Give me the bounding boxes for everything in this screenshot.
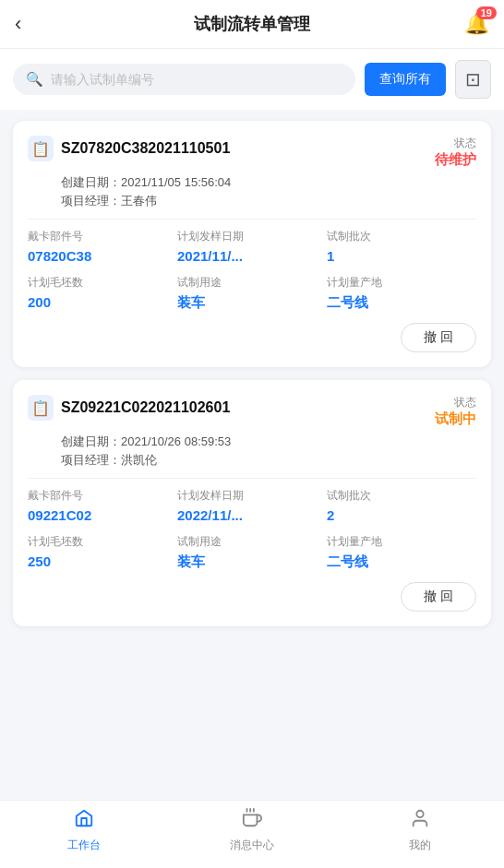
field-item-2-4: 试制用途 装车 (177, 534, 327, 571)
card-header-2: 📋 SZ09221C022021102601 状态 试制中 (28, 395, 476, 428)
message-icon (242, 808, 262, 834)
created-label-1: 创建日期： (61, 175, 121, 189)
order-card-1: 📋 SZ07820C382021110501 状态 待维护 创建日期：2021/… (13, 121, 491, 367)
notification-area[interactable]: 🔔 19 (464, 12, 489, 36)
order-card-2: 📋 SZ09221C022021102601 状态 试制中 创建日期：2021/… (13, 380, 491, 626)
status-label-1: 状态 (435, 136, 476, 151)
manager-name-1: 王春伟 (121, 194, 157, 208)
field-value-2-3: 250 (28, 553, 177, 569)
export-icon: ⊡ (465, 68, 481, 90)
field-item-2-1: 计划发样日期 2022/11/... (177, 488, 327, 523)
field-label-2-0: 戴卡部件号 (28, 488, 177, 504)
query-all-button[interactable]: 查询所有 (365, 63, 446, 96)
bell-icon[interactable]: 🔔 19 (464, 12, 489, 36)
search-input[interactable] (51, 72, 342, 87)
fields-grid-2: 戴卡部件号 09221C02 计划发样日期 2022/11/... 试制批次 2… (28, 488, 476, 571)
created-date-2: 2021/10/26 08:59:53 (121, 434, 231, 448)
fields-grid-1: 戴卡部件号 07820C38 计划发样日期 2021/11/... 试制批次 1… (28, 229, 476, 312)
field-item-1-0: 戴卡部件号 07820C38 (28, 229, 177, 264)
page-title: 试制流转单管理 (194, 13, 310, 35)
field-value-1-3: 200 (28, 294, 177, 310)
field-value-2-0: 09221C02 (28, 507, 177, 523)
nav-label-messages: 消息中心 (230, 838, 274, 853)
status-block-2: 状态 试制中 (435, 395, 476, 428)
field-value-1-5: 二号线 (327, 294, 476, 312)
nav-label-workbench: 工作台 (67, 838, 101, 853)
export-button[interactable]: ⊡ (455, 60, 491, 99)
back-button[interactable]: ‹ (15, 12, 21, 36)
field-item-1-1: 计划发样日期 2021/11/... (177, 229, 327, 264)
field-item-1-2: 试制批次 1 (327, 229, 476, 264)
card-title-row-2: 📋 SZ09221C022021102601 (28, 395, 230, 421)
field-item-2-3: 计划毛坯数 250 (28, 534, 177, 571)
manager-meta-2: 项目经理：洪凯伦 (28, 452, 476, 469)
divider-1 (28, 219, 476, 220)
home-icon (74, 808, 94, 834)
header: ‹ 试制流转单管理 🔔 19 (0, 0, 504, 49)
manager-label-2: 项目经理： (61, 453, 121, 467)
svg-point-3 (416, 811, 423, 817)
field-value-1-4: 装车 (177, 294, 327, 312)
card-footer-2: 撤 回 (28, 582, 476, 612)
bottom-nav: 工作台 消息中心 我的 (0, 800, 504, 868)
status-label-2: 状态 (435, 395, 476, 410)
field-value-2-2: 2 (327, 507, 476, 523)
nav-item-messages[interactable]: 消息中心 (168, 808, 336, 853)
content-area: 📋 SZ07820C382021110501 状态 待维护 创建日期：2021/… (0, 110, 504, 800)
created-date-1: 2021/11/05 15:56:04 (121, 175, 231, 189)
profile-icon (410, 808, 430, 834)
search-bar: 🔍 查询所有 ⊡ (0, 49, 504, 110)
field-value-1-0: 07820C38 (28, 248, 177, 264)
field-value-2-1: 2022/11/... (177, 507, 327, 523)
nav-item-profile[interactable]: 我的 (336, 808, 504, 853)
field-label-1-3: 计划毛坯数 (28, 275, 177, 291)
status-value-1: 待维护 (435, 151, 476, 169)
divider-2 (28, 478, 476, 479)
field-value-1-2: 1 (327, 248, 476, 264)
field-label-2-3: 计划毛坯数 (28, 534, 177, 550)
field-item-1-4: 试制用途 装车 (177, 275, 327, 312)
revoke-button-2[interactable]: 撤 回 (401, 582, 476, 612)
field-label-2-2: 试制批次 (327, 488, 476, 504)
status-block-1: 状态 待维护 (435, 136, 476, 169)
field-value-2-5: 二号线 (327, 553, 476, 571)
field-label-1-5: 计划量产地 (327, 275, 476, 291)
status-value-2: 试制中 (435, 410, 476, 428)
revoke-button-1[interactable]: 撤 回 (401, 323, 476, 352)
order-id-2: SZ09221C022021102601 (61, 399, 230, 416)
manager-meta-1: 项目经理：王春伟 (28, 193, 476, 209)
card-title-row-1: 📋 SZ07820C382021110501 (28, 136, 230, 161)
created-label-2: 创建日期： (61, 434, 121, 448)
field-label-1-0: 戴卡部件号 (28, 229, 177, 244)
order-id-1: SZ07820C382021110501 (61, 140, 230, 157)
field-label-2-4: 试制用途 (177, 534, 327, 550)
nav-label-profile: 我的 (409, 838, 431, 853)
field-value-1-1: 2021/11/... (177, 248, 327, 264)
field-value-2-4: 装车 (177, 553, 327, 571)
card-header-1: 📋 SZ07820C382021110501 状态 待维护 (28, 136, 476, 169)
field-label-2-1: 计划发样日期 (177, 488, 327, 504)
card-footer-1: 撤 回 (28, 323, 476, 352)
field-label-2-5: 计划量产地 (327, 534, 476, 550)
created-meta-2: 创建日期：2021/10/26 08:59:53 (28, 434, 476, 450)
field-item-1-3: 计划毛坯数 200 (28, 275, 177, 312)
nav-item-workbench[interactable]: 工作台 (0, 808, 168, 853)
field-item-2-0: 戴卡部件号 09221C02 (28, 488, 177, 523)
manager-name-2: 洪凯伦 (121, 453, 157, 467)
field-label-1-1: 计划发样日期 (177, 229, 327, 244)
document-icon-2: 📋 (28, 395, 54, 421)
document-icon-1: 📋 (28, 136, 54, 161)
manager-label-1: 项目经理： (61, 194, 121, 208)
search-input-wrap: 🔍 (13, 64, 355, 95)
field-item-1-5: 计划量产地 二号线 (327, 275, 476, 312)
field-label-1-4: 试制用途 (177, 275, 327, 291)
field-item-2-2: 试制批次 2 (327, 488, 476, 523)
field-item-2-5: 计划量产地 二号线 (327, 534, 476, 571)
notification-badge: 19 (476, 6, 497, 19)
created-meta-1: 创建日期：2021/11/05 15:56:04 (28, 174, 476, 191)
search-icon: 🔍 (26, 71, 43, 88)
field-label-1-2: 试制批次 (327, 229, 476, 244)
